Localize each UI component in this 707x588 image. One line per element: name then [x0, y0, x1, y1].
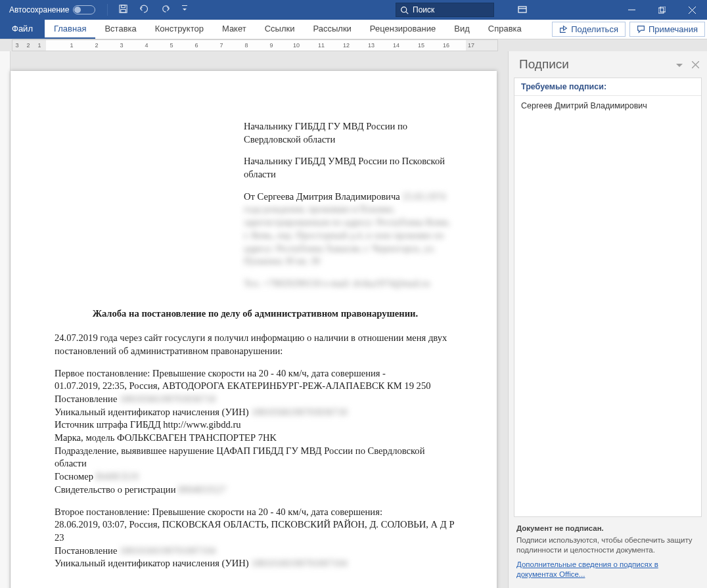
signatures-header: Подписи	[509, 51, 707, 78]
document-title: Жалоба на постановление по делу об админ…	[55, 307, 456, 321]
intro-paragraph: 24.07.2019 года через сайт госуслуги я п…	[55, 332, 456, 357]
svg-rect-10	[660, 7, 666, 12]
document-area: Начальнику ГИБДД ГУ МВД России по Свердл…	[0, 51, 508, 588]
search-icon	[400, 6, 409, 14]
search-placeholder: Поиск	[413, 5, 434, 14]
pane-close-icon[interactable]	[692, 57, 699, 72]
horizontal-ruler[interactable]: 3211234567891011121314151617	[12, 39, 498, 51]
share-button[interactable]: Поделиться	[552, 22, 626, 37]
document-page[interactable]: Начальнику ГИБДД ГУ МВД России по Свердл…	[11, 71, 497, 588]
svg-rect-3	[182, 5, 187, 6]
autosave-toggle[interactable]	[73, 5, 95, 14]
signatures-list: Требуемые подписи: Сергеев Дмитрий Влади…	[514, 78, 702, 517]
close-button[interactable]	[677, 0, 707, 20]
required-signatures-label: Требуемые подписи:	[514, 78, 701, 96]
sender-contacts: Тел. +79029290150 e-mail: dvika1974@mail…	[244, 277, 456, 290]
ruler-row: 3211234567891011121314151617	[0, 39, 707, 51]
save-icon[interactable]	[118, 4, 128, 16]
tab-view[interactable]: Вид	[445, 20, 479, 39]
svg-rect-1	[122, 5, 125, 8]
tab-review[interactable]: Рецензирование	[361, 20, 445, 39]
signatures-pane: Подписи Требуемые подписи: Сергеев Дмитр…	[508, 51, 707, 588]
workspace: Начальнику ГИБДД ГУ МВД России по Свердл…	[0, 51, 707, 588]
tab-layout[interactable]: Макет	[213, 20, 256, 39]
signatures-description: Подписи используются, чтобы обеспечить з…	[516, 535, 699, 556]
signatures-title: Подписи	[519, 57, 569, 72]
maximize-button[interactable]	[647, 0, 677, 20]
comment-icon	[637, 25, 645, 34]
title-bar: Автосохранение Поиск	[0, 0, 707, 20]
svg-rect-9	[658, 8, 664, 13]
signatures-footer: Документ не подписан. Подписи используют…	[509, 517, 707, 588]
minimize-button[interactable]	[616, 0, 647, 20]
sender-block: От Сергеева Дмитрия Владимировича 25.03.…	[244, 191, 456, 268]
tab-design[interactable]: Конструктор	[146, 20, 213, 39]
signature-item[interactable]: Сергеев Дмитрий Владимирович	[514, 96, 701, 116]
quick-access-toolbar	[107, 4, 188, 16]
unsigned-label: Документ не подписан.	[516, 524, 699, 534]
window-controls	[616, 0, 707, 20]
violation-2: Второе постановление: Превышение скорост…	[55, 506, 456, 570]
ribbon-display-button[interactable]	[507, 0, 537, 20]
violation-1: Первое постановление: Превышение скорост…	[55, 367, 456, 497]
svg-point-4	[401, 7, 407, 12]
signatures-help-link[interactable]: Дополнительные сведения о подписях в док…	[516, 560, 699, 580]
qat-more-icon[interactable]	[181, 5, 188, 16]
tab-help[interactable]: Справка	[479, 20, 531, 39]
ribbon-tabs: Файл Главная Вставка Конструктор Макет С…	[0, 20, 707, 39]
tab-home[interactable]: Главная	[45, 20, 95, 39]
pane-options-icon[interactable]	[676, 57, 683, 72]
autosave-label: Автосохранение	[9, 5, 69, 14]
tab-mailings[interactable]: Рассылки	[304, 20, 360, 39]
undo-icon[interactable]	[139, 4, 150, 16]
svg-rect-2	[121, 9, 126, 12]
tab-insert[interactable]: Вставка	[95, 20, 145, 39]
svg-line-5	[406, 11, 408, 13]
tab-file[interactable]: Файл	[0, 20, 45, 39]
tab-references[interactable]: Ссылки	[256, 20, 304, 39]
addressee-2: Начальнику ГИБДД УМВД России по Псковско…	[244, 155, 456, 181]
addressee-1: Начальнику ГИБДД ГУ МВД России по Свердл…	[244, 120, 456, 146]
svg-rect-6	[518, 7, 526, 12]
comments-button[interactable]: Примечания	[629, 22, 705, 37]
autosave-group: Автосохранение	[0, 5, 95, 14]
search-box[interactable]: Поиск	[396, 3, 494, 17]
redo-icon[interactable]	[161, 4, 171, 16]
vertical-ruler[interactable]	[0, 51, 11, 588]
share-icon	[559, 25, 568, 34]
